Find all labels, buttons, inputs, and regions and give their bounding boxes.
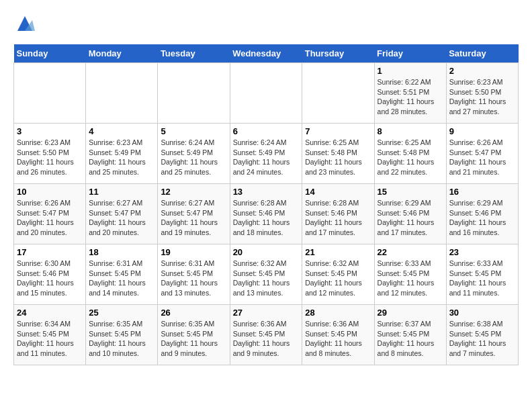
day-number: 17 <box>17 247 83 257</box>
day-number: 2 <box>449 66 515 76</box>
day-number: 30 <box>449 308 515 318</box>
calendar-cell: 11Sunrise: 6:27 AM Sunset: 5:47 PM Dayli… <box>86 184 158 244</box>
calendar-cell: 15Sunrise: 6:29 AM Sunset: 5:46 PM Dayli… <box>374 184 446 244</box>
day-number: 11 <box>89 187 154 197</box>
calendar-cell: 7Sunrise: 6:25 AM Sunset: 5:48 PM Daylig… <box>302 124 374 184</box>
day-info: Sunrise: 6:23 AM Sunset: 5:50 PM Dayligh… <box>449 77 515 117</box>
calendar-cell: 18Sunrise: 6:31 AM Sunset: 5:45 PM Dayli… <box>86 244 158 305</box>
day-number: 29 <box>378 308 443 318</box>
calendar-cell: 9Sunrise: 6:26 AM Sunset: 5:47 PM Daylig… <box>446 124 518 184</box>
day-number: 4 <box>89 126 154 136</box>
weekday-header: Wednesday <box>230 44 302 63</box>
calendar-cell: 26Sunrise: 6:35 AM Sunset: 5:45 PM Dayli… <box>158 305 230 365</box>
day-info: Sunrise: 6:30 AM Sunset: 5:46 PM Dayligh… <box>17 259 83 298</box>
day-info: Sunrise: 6:34 AM Sunset: 5:45 PM Dayligh… <box>17 319 83 359</box>
calendar-cell: 2Sunrise: 6:23 AM Sunset: 5:50 PM Daylig… <box>446 63 518 124</box>
calendar-cell: 12Sunrise: 6:27 AM Sunset: 5:47 PM Dayli… <box>158 184 230 244</box>
day-number: 10 <box>17 187 83 197</box>
day-info: Sunrise: 6:25 AM Sunset: 5:48 PM Dayligh… <box>305 138 371 177</box>
day-number: 28 <box>305 308 371 318</box>
day-number: 7 <box>305 126 371 136</box>
day-number: 14 <box>305 187 371 197</box>
calendar-cell: 28Sunrise: 6:36 AM Sunset: 5:45 PM Dayli… <box>302 305 374 365</box>
day-number: 15 <box>378 187 443 197</box>
calendar-header: SundayMondayTuesdayWednesdayThursdayFrid… <box>14 44 519 63</box>
day-info: Sunrise: 6:35 AM Sunset: 5:45 PM Dayligh… <box>161 319 226 359</box>
day-info: Sunrise: 6:36 AM Sunset: 5:45 PM Dayligh… <box>233 319 300 359</box>
day-number: 23 <box>449 247 515 257</box>
day-info: Sunrise: 6:29 AM Sunset: 5:46 PM Dayligh… <box>449 198 515 238</box>
day-number: 12 <box>161 187 226 197</box>
day-info: Sunrise: 6:31 AM Sunset: 5:45 PM Dayligh… <box>161 259 226 298</box>
calendar-cell: 25Sunrise: 6:35 AM Sunset: 5:45 PM Dayli… <box>86 305 158 365</box>
day-info: Sunrise: 6:28 AM Sunset: 5:46 PM Dayligh… <box>233 198 300 238</box>
calendar-cell: 8Sunrise: 6:25 AM Sunset: 5:48 PM Daylig… <box>374 124 446 184</box>
calendar-cell <box>230 63 302 124</box>
day-number: 3 <box>17 126 83 136</box>
day-info: Sunrise: 6:29 AM Sunset: 5:46 PM Dayligh… <box>378 198 443 238</box>
logo <box>13 13 35 34</box>
calendar-cell: 22Sunrise: 6:33 AM Sunset: 5:45 PM Dayli… <box>374 244 446 305</box>
page-header <box>13 13 519 34</box>
calendar-cell <box>86 63 158 124</box>
day-number: 25 <box>89 308 154 318</box>
day-info: Sunrise: 6:24 AM Sunset: 5:49 PM Dayligh… <box>161 138 226 177</box>
calendar-cell: 16Sunrise: 6:29 AM Sunset: 5:46 PM Dayli… <box>446 184 518 244</box>
weekday-header: Saturday <box>446 44 518 63</box>
calendar-cell: 5Sunrise: 6:24 AM Sunset: 5:49 PM Daylig… <box>158 124 230 184</box>
day-info: Sunrise: 6:36 AM Sunset: 5:45 PM Dayligh… <box>305 319 371 359</box>
day-info: Sunrise: 6:33 AM Sunset: 5:45 PM Dayligh… <box>449 259 515 298</box>
day-info: Sunrise: 6:24 AM Sunset: 5:49 PM Dayligh… <box>233 138 300 177</box>
calendar-cell: 1Sunrise: 6:22 AM Sunset: 5:51 PM Daylig… <box>374 63 446 124</box>
calendar-cell: 10Sunrise: 6:26 AM Sunset: 5:47 PM Dayli… <box>14 184 86 244</box>
calendar-cell: 30Sunrise: 6:38 AM Sunset: 5:45 PM Dayli… <box>446 305 518 365</box>
weekday-header: Monday <box>86 44 158 63</box>
day-number: 13 <box>233 187 300 197</box>
day-number: 1 <box>378 66 443 76</box>
calendar-cell: 4Sunrise: 6:23 AM Sunset: 5:49 PM Daylig… <box>86 124 158 184</box>
day-number: 8 <box>378 126 443 136</box>
calendar-cell: 13Sunrise: 6:28 AM Sunset: 5:46 PM Dayli… <box>230 184 302 244</box>
day-number: 21 <box>305 247 371 257</box>
calendar-cell: 3Sunrise: 6:23 AM Sunset: 5:50 PM Daylig… <box>14 124 86 184</box>
day-info: Sunrise: 6:32 AM Sunset: 5:45 PM Dayligh… <box>233 259 300 298</box>
logo-icon <box>15 13 35 34</box>
day-info: Sunrise: 6:27 AM Sunset: 5:47 PM Dayligh… <box>89 198 154 238</box>
day-number: 5 <box>161 126 226 136</box>
calendar-cell: 17Sunrise: 6:30 AM Sunset: 5:46 PM Dayli… <box>14 244 86 305</box>
day-info: Sunrise: 6:28 AM Sunset: 5:46 PM Dayligh… <box>305 198 371 238</box>
day-info: Sunrise: 6:33 AM Sunset: 5:45 PM Dayligh… <box>378 259 443 298</box>
day-info: Sunrise: 6:26 AM Sunset: 5:47 PM Dayligh… <box>449 138 515 177</box>
day-info: Sunrise: 6:22 AM Sunset: 5:51 PM Dayligh… <box>378 77 443 117</box>
day-number: 6 <box>233 126 300 136</box>
day-number: 9 <box>449 126 515 136</box>
day-number: 20 <box>233 247 300 257</box>
day-info: Sunrise: 6:37 AM Sunset: 5:45 PM Dayligh… <box>378 319 443 359</box>
day-number: 26 <box>161 308 226 318</box>
day-info: Sunrise: 6:23 AM Sunset: 5:50 PM Dayligh… <box>17 138 83 177</box>
calendar-table: SundayMondayTuesdayWednesdayThursdayFrid… <box>13 44 519 365</box>
day-number: 24 <box>17 308 83 318</box>
calendar-cell: 21Sunrise: 6:32 AM Sunset: 5:45 PM Dayli… <box>302 244 374 305</box>
calendar-cell: 27Sunrise: 6:36 AM Sunset: 5:45 PM Dayli… <box>230 305 302 365</box>
day-info: Sunrise: 6:31 AM Sunset: 5:45 PM Dayligh… <box>89 259 154 298</box>
calendar-cell: 14Sunrise: 6:28 AM Sunset: 5:46 PM Dayli… <box>302 184 374 244</box>
weekday-header: Friday <box>374 44 446 63</box>
calendar-cell <box>158 63 230 124</box>
day-number: 16 <box>449 187 515 197</box>
day-info: Sunrise: 6:38 AM Sunset: 5:45 PM Dayligh… <box>449 319 515 359</box>
weekday-header: Tuesday <box>158 44 230 63</box>
day-info: Sunrise: 6:32 AM Sunset: 5:45 PM Dayligh… <box>305 259 371 298</box>
day-number: 22 <box>378 247 443 257</box>
day-number: 18 <box>89 247 154 257</box>
calendar-cell: 19Sunrise: 6:31 AM Sunset: 5:45 PM Dayli… <box>158 244 230 305</box>
day-info: Sunrise: 6:25 AM Sunset: 5:48 PM Dayligh… <box>378 138 443 177</box>
calendar-cell: 29Sunrise: 6:37 AM Sunset: 5:45 PM Dayli… <box>374 305 446 365</box>
calendar-cell: 20Sunrise: 6:32 AM Sunset: 5:45 PM Dayli… <box>230 244 302 305</box>
calendar-cell: 6Sunrise: 6:24 AM Sunset: 5:49 PM Daylig… <box>230 124 302 184</box>
calendar-cell <box>14 63 86 124</box>
day-info: Sunrise: 6:35 AM Sunset: 5:45 PM Dayligh… <box>89 319 154 359</box>
day-info: Sunrise: 6:23 AM Sunset: 5:49 PM Dayligh… <box>89 138 154 177</box>
day-number: 27 <box>233 308 300 318</box>
day-info: Sunrise: 6:27 AM Sunset: 5:47 PM Dayligh… <box>161 198 226 238</box>
